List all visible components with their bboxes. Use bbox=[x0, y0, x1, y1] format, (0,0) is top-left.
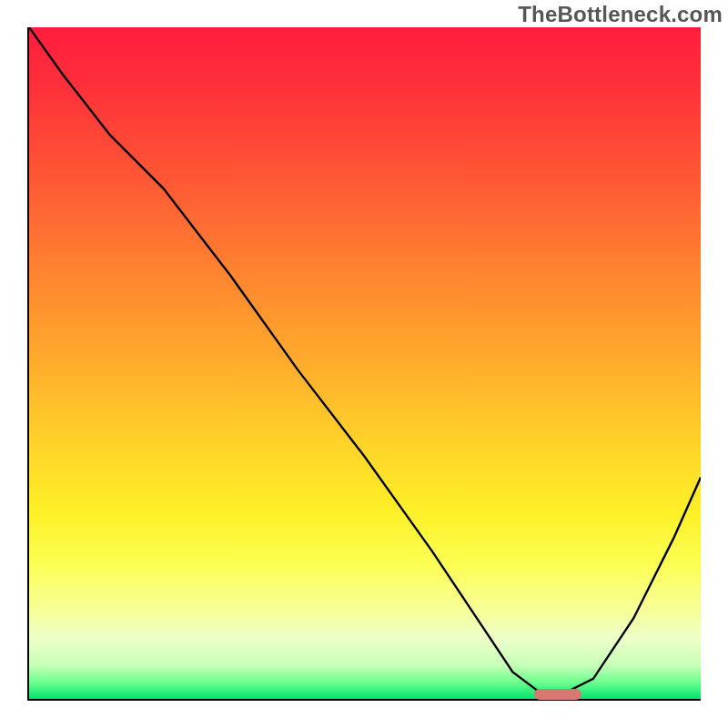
optimal-marker bbox=[534, 689, 581, 700]
plot-area bbox=[27, 27, 701, 701]
watermark-text: TheBottleneck.com bbox=[518, 2, 723, 27]
heat-gradient bbox=[29, 27, 701, 699]
chart-container: TheBottleneck.com bbox=[0, 0, 728, 728]
